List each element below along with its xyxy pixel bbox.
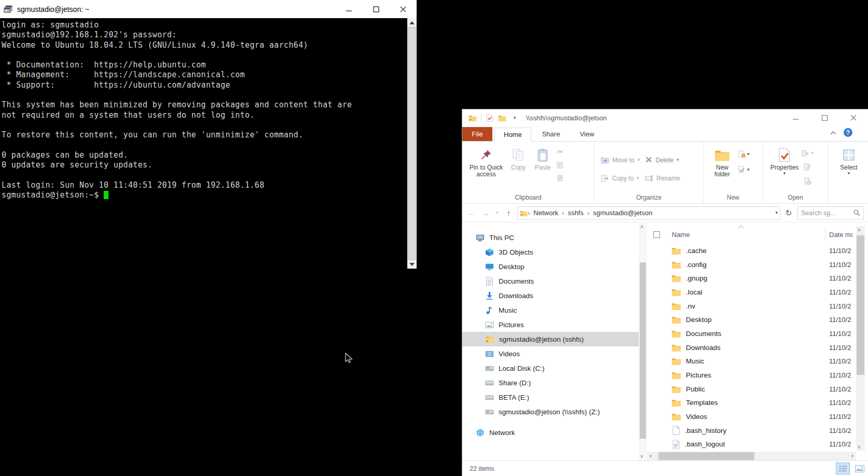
putty-close-button[interactable] [390, 0, 417, 18]
select-button[interactable]: Select ▾ [835, 144, 862, 192]
open-button[interactable]: ▾ [802, 147, 814, 159]
filelist-vertical-scrollbar[interactable]: ˄ ˅ [856, 226, 865, 451]
address-bar[interactable]: › Network › sshfs › sgmustadio@jetson ▾ [517, 206, 780, 220]
copy-path-button[interactable] [557, 159, 564, 171]
putty-minimize-button[interactable] [336, 0, 363, 18]
explorer-maximize-button[interactable] [810, 109, 839, 126]
sidebar-item-share-d[interactable]: Share (D:) [462, 375, 639, 390]
file-row[interactable]: Downloads 11/10/2 [647, 341, 856, 355]
scroll-down-arrow-icon[interactable]: ˅ [858, 444, 861, 450]
new-item-button[interactable]: ▾ [738, 148, 750, 160]
forward-button[interactable]: → [478, 206, 492, 220]
scroll-left-arrow-icon[interactable]: ‹ [650, 452, 652, 460]
paste-shortcut-button[interactable] [557, 172, 564, 184]
refresh-button[interactable]: ↻ [782, 206, 795, 220]
rename-button[interactable]: Rename [645, 172, 680, 185]
sidebar-item-pictures[interactable]: Pictures [462, 317, 639, 332]
sidebar-item-videos[interactable]: Videos [462, 346, 639, 361]
delete-button[interactable]: ✕ Delete ▾ [645, 153, 680, 167]
column-header-date-modified[interactable]: Date mo [829, 231, 853, 239]
tab-view[interactable]: View [571, 127, 603, 141]
file-row[interactable]: .bash_logout 11/10/2 [647, 438, 856, 451]
edit-button[interactable] [802, 161, 814, 173]
terminal-scrollbar[interactable] [407, 18, 417, 269]
search-input[interactable] [801, 209, 853, 217]
file-row[interactable]: Public 11/10/2 [647, 382, 856, 396]
explorer-titlebar[interactable]: ▾ \\sshfs\sgmustadio@jetson [462, 109, 868, 126]
file-row[interactable]: .nv 11/10/2 [647, 299, 856, 313]
sidebar-item-network[interactable]: Network [462, 425, 639, 440]
details-view-button[interactable] [836, 463, 850, 474]
sidebar-item-documents[interactable]: Documents [462, 274, 639, 288]
search-box[interactable] [797, 206, 864, 220]
breadcrumb-network[interactable]: Network [530, 209, 562, 217]
file-row[interactable]: .bash_history 11/10/2 [647, 424, 856, 438]
up-button[interactable]: ↑ [502, 206, 516, 220]
file-row[interactable]: Music 11/10/2 [647, 355, 856, 369]
scrollbar-thumb[interactable] [658, 452, 754, 460]
putty-maximize-button[interactable] [363, 0, 390, 18]
scrollbar-thumb[interactable] [408, 27, 416, 260]
collapse-ribbon-icon[interactable] [830, 131, 836, 135]
qat-properties-button[interactable] [484, 111, 496, 124]
back-button[interactable]: ← [464, 206, 478, 220]
scroll-up-arrow-icon[interactable]: ˄ [640, 224, 643, 230]
history-button[interactable] [802, 175, 814, 187]
recent-locations-dropdown[interactable]: ▾ [492, 206, 502, 220]
sidebar-item-sshfs-z-drive[interactable]: sgmustadio@jetson (\\sshfs) (Z:) [462, 404, 639, 419]
file-row[interactable]: Documents 11/10/2 [647, 327, 856, 341]
file-row[interactable]: Pictures 11/10/2 [647, 368, 856, 382]
file-row[interactable]: .cache 11/10/2 [647, 244, 856, 258]
filelist-horizontal-scrollbar[interactable]: ‹ › [647, 452, 856, 460]
sidebar-item-3d-objects[interactable]: 3D Objects [462, 245, 639, 259]
thumbnail-view-button[interactable] [852, 463, 866, 474]
scroll-up-arrow-icon[interactable]: ˄ [858, 227, 861, 233]
tab-share[interactable]: Share [533, 127, 569, 141]
properties-button[interactable]: Properties ▾ [767, 144, 802, 192]
qat-customize-dropdown[interactable]: ▾ [508, 111, 521, 124]
pin-to-quick-access-button[interactable]: Pin to Quick access [466, 144, 506, 192]
terminal-prompt-line: sgmustadio@jetson:~$ [2, 190, 405, 200]
tab-home[interactable]: Home [494, 128, 531, 142]
copy-button[interactable]: Copy [506, 144, 531, 192]
sidebar-item-beta-e[interactable]: BETA (E:) [462, 390, 639, 404]
file-row[interactable]: Desktop 11/10/2 [647, 313, 856, 327]
column-separator[interactable] [825, 227, 825, 242]
scroll-down-arrow-icon[interactable]: ˅ [640, 454, 643, 459]
breadcrumb-current-folder[interactable]: sgmustadio@jetson [589, 209, 656, 217]
putty-titlebar[interactable]: sgmustadio@jetson: ~ [0, 0, 417, 18]
file-row[interactable]: .gnupg 11/10/2 [647, 271, 856, 285]
sidebar-item-desktop[interactable]: Desktop [462, 259, 639, 274]
breadcrumb-sshfs[interactable]: sshfs [564, 209, 587, 217]
file-row[interactable]: .local 11/10/2 [647, 285, 856, 299]
scroll-right-arrow-icon[interactable]: › [851, 452, 853, 460]
column-header-name[interactable]: Name [672, 231, 690, 239]
explorer-minimize-button[interactable] [781, 109, 810, 126]
scrollbar-thumb[interactable] [857, 235, 864, 375]
file-row[interactable]: .config 11/10/2 [647, 258, 856, 272]
help-button[interactable]: ? [844, 128, 852, 137]
file-row[interactable]: Videos 11/10/2 [647, 410, 856, 424]
sidebar-item-sshfs-selected[interactable]: sgmustadio@jetson (sshfs) [462, 332, 639, 346]
easy-access-button[interactable]: ▾ [738, 164, 750, 175]
new-folder-button[interactable]: New folder [708, 144, 737, 192]
navpane-scrollbar[interactable]: ˄ ˅ [639, 223, 647, 460]
explorer-close-button[interactable] [839, 109, 868, 126]
address-dropdown-icon[interactable]: ▾ [775, 211, 778, 215]
terminal-output: login as: sgmustadio sgmustadio@192.168.… [2, 20, 405, 200]
sidebar-item-downloads[interactable]: Downloads [462, 288, 639, 303]
copy-to-button[interactable]: Copy to ▾ [601, 172, 640, 185]
scroll-up-arrow-icon[interactable] [407, 18, 417, 27]
scroll-down-arrow-icon[interactable] [407, 260, 417, 269]
scrollbar-thumb[interactable] [640, 262, 646, 439]
move-to-button[interactable]: Move to ▾ [601, 153, 640, 167]
sidebar-item-music[interactable]: Music [462, 303, 639, 317]
sidebar-item-local-disk-c[interactable]: Local Disk (C:) [462, 361, 639, 375]
sidebar-item-this-pc[interactable]: This PC [462, 230, 639, 245]
file-row[interactable]: Templates 11/10/2 [647, 396, 856, 410]
select-all-checkbox[interactable] [653, 231, 660, 238]
tab-file[interactable]: File [462, 127, 492, 141]
cut-button[interactable]: ✂ [557, 146, 564, 158]
paste-button[interactable]: Paste [531, 144, 555, 192]
qat-new-folder-button[interactable] [496, 111, 508, 124]
